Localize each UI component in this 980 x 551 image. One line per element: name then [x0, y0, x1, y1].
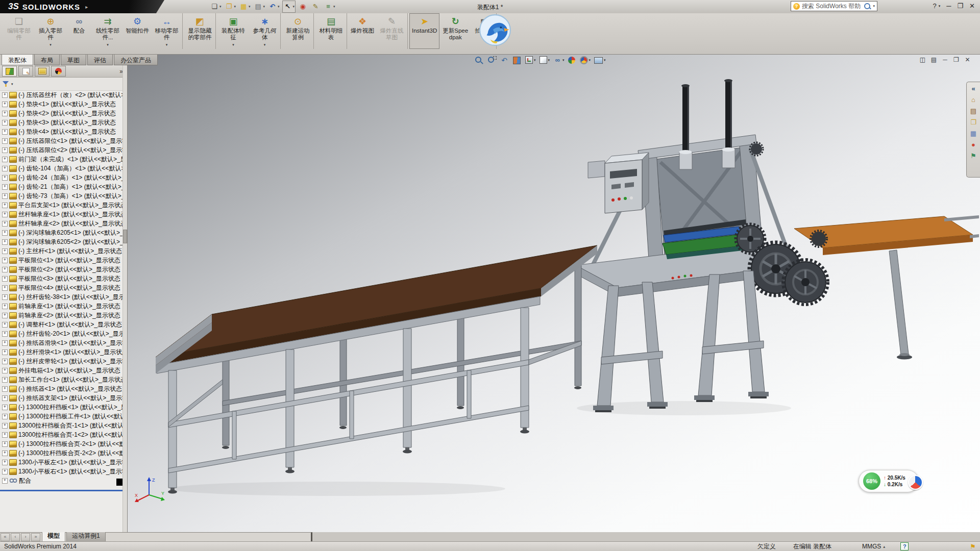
units-arrow-icon[interactable]: ▴	[883, 544, 885, 549]
tree-row[interactable]: + 前轴承座<1> (默认<<默认>_显示状态	[0, 302, 123, 311]
custom-properties-icon[interactable]: ⚑	[970, 152, 976, 160]
tree-item-label[interactable]: (-) 主丝杆<1> (默认<<默认>_显示状态	[18, 247, 122, 256]
rebuild-traffic-light-icon[interactable]: ◉	[298, 1, 308, 12]
ribbon-tab[interactable]: 办公室产品	[114, 55, 158, 65]
tree-item-label[interactable]: 平板限位<2> (默认<<默认>_显示状态	[18, 265, 120, 274]
dropdown-arrow-icon[interactable]: ▾	[293, 5, 295, 9]
tree-row[interactable]: + (-) 丝杆皮带轮<1> (默认<<默认>_显示状态	[0, 357, 123, 366]
expand-plus-icon[interactable]: +	[2, 230, 8, 236]
reference-geometry-icon[interactable]: ∗ 参考几何体 ▾	[249, 13, 281, 49]
dropdown-arrow-icon[interactable]: ▾	[589, 58, 591, 62]
tree-row[interactable]: + (-) 深沟球轴承6205<2> (默认<<默认>_显示状态	[0, 237, 123, 246]
expand-plus-icon[interactable]: +	[2, 340, 8, 346]
tree-item-label[interactable]: (-) 深沟球轴承6205<1> (默认<<默认>_显示状态	[18, 229, 123, 237]
dropdown-arrow-icon[interactable]: ▾	[50, 41, 52, 48]
expand-plus-icon[interactable]: +	[2, 469, 8, 474]
expand-plus-icon[interactable]: +	[2, 111, 8, 116]
tree-item-label[interactable]: (-) 压纸器丝杆（改）<2> (默认<<默认>_显示状态	[18, 91, 123, 99]
study-tab[interactable]: 模型	[42, 531, 65, 541]
tree-row[interactable]: + (-) 推纸器支架<1> (默认<<默认>_显示状态	[0, 393, 123, 403]
prev-sheet-icon[interactable]: ‹	[11, 533, 20, 541]
propertymanager-tab[interactable]	[18, 66, 33, 77]
tree-row[interactable]: + (-) 调整杆<1> (默认<<默认>_显示状态	[0, 320, 123, 329]
expand-plus-icon[interactable]: +	[2, 92, 8, 98]
tree-row[interactable]: + (-) 13000拉杆挡板合页-2<1> (默认<<默认>_显示状态	[0, 439, 123, 448]
dropdown-arrow-icon[interactable]: ▾	[219, 5, 222, 9]
design-library-icon[interactable]: ▤	[970, 107, 976, 115]
dropdown-arrow-icon[interactable]: ▾	[333, 5, 335, 9]
task-scheduler-icon[interactable]: ≡ ▾	[323, 1, 336, 12]
tree-row[interactable]: + 平板限位<2> (默认<<默认>_显示状态	[0, 265, 123, 274]
show-pane-icon[interactable]: ▤	[930, 56, 938, 64]
dropdown-arrow-icon[interactable]: ▾	[232, 41, 234, 48]
select-icon[interactable]: ↖ ▾	[282, 1, 296, 13]
tree-item-label[interactable]: (-) 齿轮-21（加高）<1> (默认<<默认>_显示状态	[18, 183, 123, 191]
help-icon[interactable]: ?	[933, 2, 936, 10]
collapse-taskpane-icon[interactable]: «	[971, 85, 975, 92]
tree-row[interactable]: + 配合	[0, 476, 123, 485]
tree-item-label[interactable]: 前门架（未完成）<1> (默认<<默认>_显示状态	[18, 155, 123, 164]
expand-plus-icon[interactable]: +	[2, 331, 8, 337]
dropdown-arrow-icon[interactable]: ▾	[249, 5, 251, 9]
study-tab[interactable]: 运动算例1	[66, 531, 106, 541]
open-icon[interactable]: ❐ ▾	[224, 1, 237, 12]
tree-row[interactable]: + 13000拉杆挡板合页-1<1> (默认<<默认>_显示状态	[0, 421, 123, 430]
tree-row[interactable]: + (-) 压纸器限位<2> (默认<<默认>_显示状态	[0, 145, 123, 155]
tree-row[interactable]: + 丝杆轴承座<2> (默认<<默认>_显示状态	[0, 219, 123, 228]
rollback-bar[interactable]	[0, 490, 124, 491]
units-selector[interactable]: MMGS	[862, 543, 881, 550]
tree-item-label[interactable]: (-) 垫块<4> (默认<<默认>_显示状态	[18, 128, 116, 136]
dropdown-arrow-icon[interactable]: ▾	[548, 58, 550, 62]
tree-item-label[interactable]: (-) 13000拉杆挡板<1> (默认<<默认>_显示状态	[18, 403, 123, 412]
tree-item-label[interactable]: 加长工作台<1> (默认<<默认>_显示状态	[18, 375, 123, 384]
tree-row[interactable]: + 平板限位<1> (默认<<默认>_显示状态	[0, 256, 123, 265]
thunderbird-overlay-icon[interactable]	[478, 14, 512, 46]
control-box[interactable]	[588, 153, 649, 213]
tree-row[interactable]: + (-) 深沟球轴承6205<1> (默认<<默认>_显示状态	[0, 228, 123, 237]
insert-component-icon[interactable]: ⊕ 插入零部件 ▾	[35, 13, 66, 49]
exploded-view-icon[interactable]: ❖ 爆炸视图	[349, 13, 376, 49]
tree-item-label[interactable]: (-) 深沟球轴承6205<2> (默认<<默认>_显示状态	[18, 238, 123, 246]
tree-item-label[interactable]: (-) 推纸器滑块<1> (默认<<默认>_显示状态	[18, 339, 123, 347]
restore-icon[interactable]: ❐	[957, 2, 963, 10]
dropdown-arrow-icon[interactable]: ▾	[534, 58, 536, 62]
expand-plus-icon[interactable]: +	[2, 258, 8, 263]
tree-row[interactable]: + (-) 丝杆滑块<1> (默认<<默认>_显示状态	[0, 347, 123, 357]
featuremanager-tree-tab[interactable]	[2, 66, 17, 77]
minimize-icon[interactable]: ─	[946, 2, 951, 10]
expand-plus-icon[interactable]: +	[2, 432, 8, 438]
tree-item-label[interactable]: (-) 13000拉杆挡板工件<1> (默认<<默认>_显示状态	[18, 412, 123, 421]
press-screw-right[interactable]	[722, 79, 736, 168]
tree-row[interactable]: + (-) 垫块<3> (默认<<默认>_显示状态	[0, 118, 123, 127]
tree-row[interactable]: + 加长工作台<1> (默认<<默认>_显示状态	[0, 375, 123, 384]
show-hidden-components-icon[interactable]: ◩ 显示隐藏的零部件	[184, 13, 216, 49]
tree-row[interactable]: + 1300小平板左<1> (默认<<默认>_显示状态	[0, 458, 123, 467]
3d-scene[interactable]	[128, 55, 980, 532]
appearances-icon[interactable]: ●	[971, 141, 975, 148]
move-component-icon[interactable]: ↔ 移动零部件 ▾	[151, 13, 183, 49]
dropdown-arrow-icon[interactable]: ▾	[604, 58, 606, 62]
network-speed-widget[interactable]: 68% ↑ 20.5K/s ↓ 0.2K/s	[859, 470, 919, 492]
tree-row[interactable]: + (-) 推纸器滑块<1> (默认<<默认>_显示状态	[0, 338, 123, 347]
expand-plus-icon[interactable]: +	[2, 441, 8, 447]
last-sheet-icon[interactable]: »	[31, 533, 40, 541]
expand-plus-icon[interactable]: +	[2, 212, 8, 217]
tree-row[interactable]: + (-) 压纸器限位<1> (默认<<默认>_显示状态	[0, 136, 123, 145]
displaymanager-tab[interactable]	[51, 66, 66, 77]
tree-item-label[interactable]: 13000拉杆挡板合页-1<1> (默认<<默认>_显示状态	[18, 421, 123, 430]
edit-component-icon[interactable]: ❏ 编辑零部件	[3, 13, 35, 49]
quick-tips-icon[interactable]: ?	[900, 542, 909, 550]
tree-item-label[interactable]: 平板限位<4> (默认<<默认>_显示状态	[18, 284, 120, 292]
tree-row[interactable]: + 13000拉杆挡板合页-1<2> (默认<<默认>_显示状态	[0, 430, 123, 439]
tree-item-label[interactable]: 平板限位<1> (默认<<默认>_显示状态	[18, 256, 120, 265]
help-dropdown-icon[interactable]: ▾	[939, 4, 941, 8]
dropdown-arrow-icon[interactable]: ▾	[107, 41, 109, 48]
expand-plus-icon[interactable]: +	[2, 147, 8, 153]
tree-item-label[interactable]: (-) 垫块<1> (默认<<默认>_显示状态	[18, 100, 116, 109]
tree-row[interactable]: + (-) 13000拉杆挡板<1> (默认<<默认>_显示状态	[0, 403, 123, 412]
memory-percent-badge[interactable]: 68%	[863, 472, 880, 490]
expand-plus-icon[interactable]: +	[2, 313, 8, 318]
dropdown-arrow-icon[interactable]: ▾	[263, 5, 265, 9]
update-speedpak-icon[interactable]: ↻ 更新Speedpak	[439, 13, 471, 49]
file-explorer-icon[interactable]: ❐	[970, 118, 976, 126]
